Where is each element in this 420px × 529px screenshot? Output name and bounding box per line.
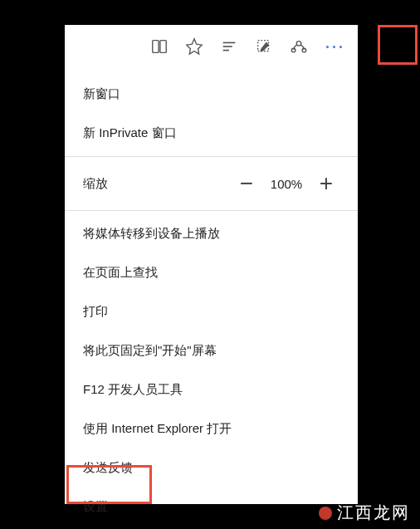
menu-f12-devtools[interactable]: F12 开发人员工具: [65, 370, 358, 409]
zoom-in-button[interactable]: +: [313, 170, 339, 197]
menu-send-feedback[interactable]: 发送反馈: [65, 448, 358, 487]
menu-find-on-page[interactable]: 在页面上查找: [65, 253, 358, 292]
zoom-value: 100%: [268, 177, 305, 191]
menu-new-window[interactable]: 新窗口: [65, 75, 358, 114]
more-button[interactable]: [316, 29, 351, 64]
divider: [65, 210, 358, 211]
settings-menu: 新窗口 新 InPrivate 窗口 缩放 − 100% + 将媒体转移到设备上…: [65, 68, 358, 527]
web-note-icon[interactable]: [247, 29, 281, 64]
watermark-text: 江西龙网: [337, 502, 410, 524]
hub-icon[interactable]: [212, 29, 247, 64]
menu-cast-media[interactable]: 将媒体转移到设备上播放: [65, 214, 358, 253]
zoom-out-button[interactable]: −: [233, 170, 260, 197]
highlight-more-button: [378, 25, 418, 65]
menu-new-inprivate[interactable]: 新 InPrivate 窗口: [65, 114, 358, 153]
watermark: 江西龙网: [319, 502, 410, 524]
more-icon: [326, 46, 342, 48]
svg-point-6: [296, 42, 301, 47]
menu-print[interactable]: 打印: [65, 292, 358, 331]
watermark-dot-icon: [319, 507, 332, 520]
share-icon[interactable]: [281, 29, 316, 64]
svg-rect-1: [160, 41, 166, 53]
menu-open-with-ie[interactable]: 使用 Internet Explorer 打开: [65, 409, 358, 448]
menu-zoom: 缩放 − 100% +: [65, 160, 358, 207]
svg-rect-0: [153, 41, 159, 53]
menu-pin-to-start[interactable]: 将此页固定到"开始"屏幕: [65, 331, 358, 370]
zoom-label: 缩放: [83, 176, 225, 192]
menu-settings[interactable]: 设置: [65, 487, 358, 527]
toolbar: [65, 25, 358, 68]
divider: [65, 156, 358, 157]
browser-menu-window: 新窗口 新 InPrivate 窗口 缩放 − 100% + 将媒体转移到设备上…: [65, 25, 358, 504]
star-icon[interactable]: [177, 29, 212, 64]
reading-list-icon[interactable]: [142, 29, 177, 64]
